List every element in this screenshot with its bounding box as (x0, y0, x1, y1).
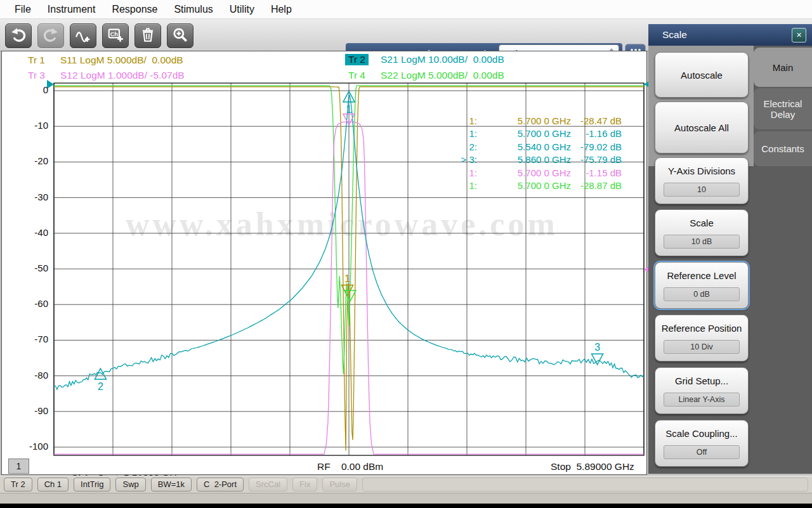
y-axis-label: -80 (15, 370, 48, 381)
status-button-ch-1[interactable]: Ch 1 (37, 478, 69, 492)
y-axis-label: -10 (15, 120, 48, 131)
y-axis-label: -40 (15, 227, 48, 238)
y-axis-label: -30 (15, 192, 48, 202)
plot-area (1, 51, 647, 475)
marker-readout-row: > 3:5.860 0 GHz-75.79 dB (436, 154, 622, 167)
tab-electrical-delay[interactable]: Electrical Delay (754, 88, 812, 129)
marker-readout-row: 1:5.700 0 GHz-1.16 dB (436, 128, 622, 141)
zoom-button[interactable] (167, 23, 193, 48)
softkey-grid-setup[interactable]: Grid Setup...Linear Y-Axis (655, 367, 749, 414)
marker-num: 2: (436, 141, 477, 154)
softkey-label: Scale Coupling... (662, 427, 741, 440)
marker-readout-row: 1:5.700 0 GHz-1.15 dB (436, 167, 622, 180)
status-bar: Tr 2Ch 1IntTrigSwpBW=1kC 2-PortSrcCalFix… (0, 476, 812, 493)
undo-icon (10, 27, 27, 46)
marker-value: -1.15 dB (571, 167, 622, 180)
softkey-value: Linear Y-Axis (664, 393, 740, 407)
status-button-swp[interactable]: Swp (115, 478, 145, 492)
trace-selector-tr1[interactable]: Tr 1 (28, 55, 45, 66)
delete-trace-button[interactable] (134, 23, 161, 48)
marker-num: 1: (436, 115, 477, 128)
softkey-value: 0 dB (664, 287, 740, 301)
softkey-label: Reference Level (663, 270, 740, 282)
softkey-reference-level[interactable]: Reference Level0 dB (655, 262, 749, 309)
add-trace-button[interactable] (70, 23, 96, 48)
marker-readout-row: 2:5.540 0 GHz-79.02 dB (436, 141, 622, 154)
trace-measurement-label: S11 LogM 5.000dB/ 0.00dB (60, 55, 183, 66)
close-icon[interactable]: × (792, 28, 806, 42)
softkey-autoscale[interactable]: Autoscale (655, 52, 749, 98)
y-axis-label: 0 (15, 84, 48, 95)
marker-value: -28.47 dB (571, 115, 622, 128)
lower-status-strip (0, 493, 812, 504)
softkey-reference-position[interactable]: Reference Position10 Div (655, 315, 749, 361)
vna-application-window: FileInstrumentResponseStimulusUtilityHel… (0, 0, 812, 508)
add-channel-button[interactable]: Ch (102, 23, 129, 48)
menu-file[interactable]: File (6, 4, 39, 15)
menu-instrument[interactable]: Instrument (39, 4, 104, 15)
softkey-label: Reference Position (658, 322, 746, 334)
trash-icon (140, 27, 156, 46)
marker-freq: 5.540 0 GHz (477, 141, 571, 154)
marker-num: 1: (436, 180, 477, 193)
trace-measurement-label: S22 LogM 5.000dB/ 0.00dB (381, 70, 504, 81)
softkey-value: 10 (664, 183, 740, 197)
status-button-tr-2[interactable]: Tr 2 (4, 478, 32, 492)
softkey-autoscale-all[interactable]: Autoscale All (655, 101, 749, 153)
trace-measurement-label: S12 LogM 1.000dB/ -5.07dB (60, 70, 185, 81)
redo-icon (43, 27, 59, 46)
menu-help[interactable]: Help (263, 4, 300, 15)
marker-value: -1.16 dB (571, 128, 622, 141)
marker-freq: 5.700 0 GHz (477, 115, 571, 128)
rf-power-readout: RF 0.00 dBm (317, 461, 383, 472)
softkey-scale-coupling[interactable]: Scale Coupling...Off (655, 420, 749, 467)
marker-num: 1: (436, 167, 477, 180)
marker-num: > 3: (436, 154, 477, 167)
softkey-label: Autoscale All (671, 122, 733, 134)
trace-measurement-label: S21 LogM 10.00dB/ 0.00dB (381, 54, 504, 65)
tab-main[interactable]: Main (754, 48, 812, 87)
status-button-srccal[interactable]: SrcCal (249, 478, 287, 492)
softkey-value: Off (664, 445, 740, 459)
softkey-label: Autoscale (677, 69, 726, 81)
marker-freq: 5.860 0 GHz (477, 154, 571, 167)
marker-num: 1: (436, 128, 477, 141)
y-axis-label: -100 (15, 441, 48, 452)
menu-stimulus[interactable]: Stimulus (166, 4, 221, 15)
softkey-scale[interactable]: Scale10 dB (655, 209, 749, 256)
watermark-text: www.xahxmicrowave.com (126, 205, 558, 243)
undo-button[interactable] (5, 23, 32, 48)
y-axis-label: -20 (15, 155, 48, 166)
marker-value: -28.87 dB (571, 180, 622, 193)
status-button-c-2-port[interactable]: C 2-Port (197, 478, 244, 492)
menu-bar: FileInstrumentResponseStimulusUtilityHel… (0, 0, 812, 19)
trace-selector-tr4[interactable]: Tr 4 (348, 70, 365, 81)
menu-utility[interactable]: Utility (221, 4, 263, 15)
tab-constants[interactable]: Constants (754, 131, 812, 166)
menu-response[interactable]: Response (103, 4, 166, 15)
channel-tab-1[interactable]: 1 (8, 459, 29, 474)
marker-readout-row: 1:5.700 0 GHz-28.47 dB (436, 115, 622, 128)
trace-selector-tr2[interactable]: Tr 2 (345, 54, 369, 65)
softkey-label: Grid Setup... (671, 375, 732, 387)
scale-panel-title: Scale (648, 29, 792, 41)
status-button-pulse[interactable]: Pulse (322, 478, 357, 492)
y-axis-label: -50 (15, 263, 48, 273)
softkey-label: Y-Axis Divisions (664, 165, 739, 177)
status-button-inttrig[interactable]: IntTrig (74, 478, 110, 492)
status-button-fix[interactable]: Fix (292, 478, 317, 492)
softkey-label: Scale (686, 217, 717, 229)
redo-button[interactable] (37, 23, 64, 48)
softkey-value: 10 Div (664, 340, 740, 354)
marker-value: -79.02 dB (571, 141, 622, 154)
marker-freq: 5.700 0 GHz (477, 128, 571, 141)
bottom-black-bar (0, 504, 812, 508)
status-button-bw-1k[interactable]: BW=1k (151, 478, 192, 492)
add-channel-icon: Ch (107, 27, 124, 46)
marker-freq: 5.700 0 GHz (477, 167, 571, 180)
marker-readout-row: 1:5.700 0 GHz-28.87 dB (436, 180, 622, 193)
softkey-y-axis-divisions[interactable]: Y-Axis Divisions10 (655, 157, 749, 204)
trace-selector-tr3[interactable]: Tr 3 (28, 70, 45, 81)
zoom-icon (172, 27, 188, 46)
y-axis-label: -90 (15, 405, 48, 416)
